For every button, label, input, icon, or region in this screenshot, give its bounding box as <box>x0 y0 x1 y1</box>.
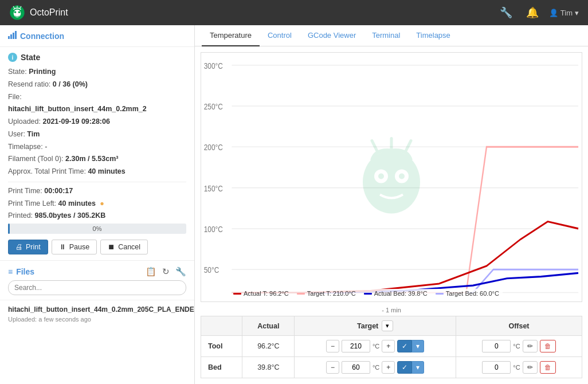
printed-row: Printed: 985.0bytes / 305.2KB <box>8 210 186 221</box>
file-label: File: <box>8 93 22 101</box>
file-name-row: hitachi_lift_button_insert_44m_0.2mm_2 <box>8 104 186 115</box>
state-title[interactable]: i State <box>8 53 186 62</box>
bed-offset-input[interactable] <box>482 361 511 374</box>
tool-offset-cell: °C ✏ 🗑 <box>456 336 582 357</box>
tool-offset-edit[interactable]: ✏ <box>523 340 538 352</box>
left-panel: Connection i State State: Printing Resen… <box>0 25 195 384</box>
search-input[interactable] <box>8 280 186 295</box>
target-dropdown-button[interactable]: ▾ <box>382 320 393 331</box>
search-box <box>8 280 186 295</box>
target-t-dot <box>297 293 305 295</box>
files-section: ≡ Files 📋 ↻ 🔧 hitachi_lift_button_insert… <box>0 261 194 327</box>
connection-bar-icon <box>8 31 17 41</box>
svg-point-3 <box>18 11 21 14</box>
tool-actual: 96.2°C <box>242 336 295 357</box>
files-title[interactable]: ≡ Files <box>8 267 146 276</box>
cancel-button[interactable]: ⏹ Cancel <box>100 240 148 254</box>
bed-confirm-dropdown[interactable]: ▾ <box>412 361 424 374</box>
info-icon: i <box>8 53 17 62</box>
print-icon: 🖨 <box>15 243 23 251</box>
time-left-row: Print Time Left: 40 minutes ● <box>8 198 186 209</box>
file-name: hitachi_lift_button_insert_44m_0.2mm_2 <box>8 105 147 113</box>
print-time-label: Print Time: <box>8 187 42 195</box>
bed-target-cell: − °C + ✓ ▾ <box>295 357 456 378</box>
svg-point-1 <box>14 9 21 17</box>
bed-offset-cell: °C ✏ 🗑 <box>456 357 582 378</box>
refresh-icon[interactable]: ↻ <box>162 267 170 277</box>
legend-actual-t: Actual T: 96.2°C <box>233 290 289 297</box>
tab-temperature[interactable]: Temperature <box>202 25 260 46</box>
file-item: hitachi_lift_button_insert_44m_0.2mm_205… <box>0 300 194 327</box>
files-label: Files <box>16 267 34 276</box>
svg-point-2 <box>14 11 17 14</box>
bed-offset-edit[interactable]: ✏ <box>523 361 538 374</box>
timelapse-label: Timelapse: <box>8 143 43 151</box>
tool-confirm-button[interactable]: ✓ <box>397 340 412 352</box>
state-label: State <box>21 53 40 62</box>
stop-icon: ⏹ <box>108 243 115 251</box>
files-actions: 📋 ↻ 🔧 <box>146 267 186 277</box>
filament-label: Filament (Tool 0): <box>8 155 64 163</box>
tab-terminal[interactable]: Terminal <box>364 25 408 46</box>
settings-icon[interactable]: 🔧 <box>496 4 516 21</box>
total-time-row: Approx. Total Print Time: 40 minutes <box>8 166 186 177</box>
tool-confirm-dropdown[interactable]: ▾ <box>412 340 424 352</box>
tool-name: Tool <box>201 336 242 357</box>
bed-confirm-group: ✓ ▾ <box>397 361 424 374</box>
user-menu[interactable]: 👤 Tim ▾ <box>549 9 579 17</box>
th-offset: Offset <box>456 316 582 336</box>
bed-confirm-button[interactable]: ✓ <box>397 361 412 374</box>
octoprint-logo <box>9 5 25 21</box>
state-info: State: Printing Resend ratio: 0 / 36 (0%… <box>8 66 186 254</box>
tool-offset-input[interactable] <box>482 340 511 352</box>
tool-target-input[interactable] <box>342 340 370 352</box>
topnav: OctoPrint 🔧 🔔 👤 Tim ▾ <box>0 0 588 25</box>
tool-offset-delete[interactable]: 🗑 <box>540 340 556 352</box>
target-t-label: Target T: 210.0°C <box>307 290 356 297</box>
user-label: User: <box>8 130 25 138</box>
config-icon[interactable]: 🔧 <box>175 267 186 277</box>
th-name <box>201 316 242 336</box>
bed-target-plus[interactable]: + <box>382 361 395 374</box>
upload-icon[interactable]: 📋 <box>146 267 156 277</box>
bed-offset-delete[interactable]: 🗑 <box>540 361 556 374</box>
file-item-info: hitachi_lift_button_insert_44m_0.2mm_205… <box>8 305 195 323</box>
print-stats: Print Time: 00:00:17 Print Time Left: 40… <box>8 182 186 221</box>
time-left-label: Print Time Left: <box>8 199 56 207</box>
bed-target-input[interactable] <box>342 361 370 374</box>
chart-legend: Actual T: 96.2°C Target T: 210.0°C Actua… <box>230 289 503 298</box>
svg-text:200°C: 200°C <box>204 143 223 152</box>
printed-value: 985.0bytes / 305.2KB <box>35 211 106 220</box>
print-button[interactable]: 🖨 Print <box>8 240 48 254</box>
tab-control[interactable]: Control <box>260 25 300 46</box>
bed-target-minus[interactable]: − <box>326 361 339 374</box>
svg-text:250°C: 250°C <box>204 102 223 112</box>
connection-title[interactable]: Connection <box>8 31 186 41</box>
tool-target-plus[interactable]: + <box>382 340 395 352</box>
bed-actual: 39.8°C <box>242 357 295 378</box>
bed-name: Bed <box>201 357 242 378</box>
svg-text:300°C: 300°C <box>204 61 223 70</box>
bed-offset-controls: °C ✏ 🗑 <box>463 361 575 374</box>
temperature-tab-content: 300°C 250°C 200°C 150°C 100°C 50°C <box>195 46 588 384</box>
bell-icon[interactable]: 🔔 <box>523 4 542 21</box>
user-name: Tim <box>560 9 573 17</box>
tool-confirm-group: ✓ ▾ <box>397 340 424 352</box>
user-row: User: Tim <box>8 129 186 140</box>
target-bed-dot <box>436 293 444 295</box>
progress-label: 0% <box>93 225 102 232</box>
tab-timelapse[interactable]: Timelapse <box>408 25 458 46</box>
legend-target-t: Target T: 210.0°C <box>297 290 356 297</box>
pause-button[interactable]: ⏸ Pause <box>52 240 97 254</box>
tool-offset-controls: °C ✏ 🗑 <box>463 340 575 352</box>
state-value: Printing <box>29 68 56 76</box>
resend-value: 0 / 36 (0%) <box>53 80 88 88</box>
state-section: i State State: Printing Resend ratio: 0 … <box>0 47 194 261</box>
tool-target-minus[interactable]: − <box>326 340 339 352</box>
file-item-sub: Uploaded: a few seconds ago <box>8 316 195 323</box>
pause-icon: ⏸ <box>59 243 66 251</box>
files-header: ≡ Files 📋 ↻ 🔧 <box>0 261 194 280</box>
tab-gcode[interactable]: GCode Viewer <box>300 25 364 46</box>
connection-label: Connection <box>20 32 64 41</box>
bed-offset-unit: °C <box>513 364 520 371</box>
